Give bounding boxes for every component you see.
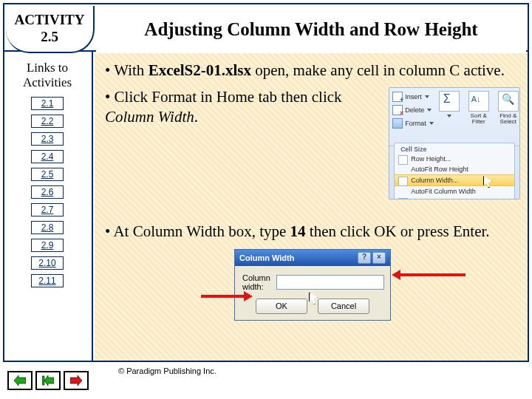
activity-label-2: 2.5 [6, 29, 93, 46]
column-width-input[interactable] [276, 275, 384, 290]
chevron-down-icon [429, 122, 434, 125]
sidebar-link-2-7[interactable]: 2.7 [31, 203, 64, 216]
menu-header-cell-size: Cell Size [395, 145, 514, 154]
arrow-left-bar-icon [42, 375, 54, 386]
sort-icon [468, 91, 489, 112]
sidebar-link-2-5[interactable]: 2.5 [31, 168, 64, 181]
nav-first-button[interactable] [35, 371, 61, 390]
nav-prev-button[interactable] [7, 371, 33, 390]
sidebar-link-2-3[interactable]: 2.3 [31, 132, 64, 146]
format-icon [392, 118, 403, 129]
ribbon-screenshot: Insert Delete Format Sort & Filter Find … [389, 87, 520, 200]
activity-tab: ACTIVITY 2.5 [6, 6, 95, 53]
cancel-button[interactable]: Cancel [318, 299, 369, 314]
bullet-3: • At Column Width box, type 14 then clic… [105, 222, 520, 241]
help-icon: ? [358, 252, 371, 264]
arrow-left-icon [14, 375, 26, 386]
menu-column-width: Column Width... [395, 174, 514, 186]
chevron-down-icon [425, 95, 429, 98]
red-arrow-ok [201, 295, 245, 298]
dialog-label: Column width: [242, 273, 270, 291]
page-title: Adjusting Column Width and Row Height [144, 19, 477, 40]
red-arrow-input [399, 273, 466, 276]
menu-row-height: Row Height... [395, 154, 514, 164]
sidebar-link-2-2[interactable]: 2.2 [31, 115, 64, 128]
insert-icon [392, 92, 403, 102]
menu-autofit-row: AutoFit Row Height [395, 164, 514, 174]
nav-next-button[interactable] [64, 371, 89, 390]
sigma-icon [439, 91, 460, 112]
ribbon-delete-button: Delete [392, 104, 434, 116]
menu-autofit-col: AutoFit Column Width [395, 186, 514, 197]
dialog-title: Column Width [239, 253, 294, 262]
close-icon: × [372, 252, 386, 264]
column-width-dialog: Column Width ? × Column width: OK Cancel [234, 249, 391, 321]
activity-label-1: ACTIVITY [6, 12, 93, 29]
arrow-right-icon [70, 375, 82, 386]
copyright-text: © Paradigm Publishing Inc. [118, 366, 216, 375]
svg-rect-1 [42, 376, 44, 385]
sidebar-link-2-8[interactable]: 2.8 [31, 221, 64, 234]
svg-marker-3 [70, 375, 82, 386]
find-icon [498, 91, 519, 112]
ribbon-find: Find & Select [496, 91, 520, 144]
sidebar-link-2-4[interactable]: 2.4 [31, 150, 64, 163]
sidebar-link-2-1[interactable]: 2.1 [31, 97, 64, 110]
content-area: • With ExcelS2-01.xlsx open, make any ce… [95, 52, 528, 361]
format-dropdown-menu: Cell Size Row Height... AutoFit Row Heig… [394, 143, 515, 200]
delete-icon [392, 105, 403, 115]
ribbon-sort: Sort & Filter [466, 91, 491, 144]
sidebar-link-2-10[interactable]: 2.10 [31, 256, 64, 270]
default-width-icon [398, 198, 408, 200]
ok-button[interactable]: OK [256, 299, 307, 314]
sidebar: Links to Activities 2.1 2.2 2.3 2.4 2.5 … [3, 50, 93, 362]
chevron-down-icon [427, 109, 432, 112]
ribbon-autosum [437, 91, 462, 144]
sidebar-link-2-11[interactable]: 2.11 [31, 274, 64, 287]
ribbon-insert-button: Insert [392, 91, 434, 103]
sidebar-link-2-9[interactable]: 2.9 [31, 239, 64, 252]
svg-marker-2 [44, 375, 54, 386]
column-width-icon [398, 177, 408, 186]
svg-marker-0 [14, 375, 26, 386]
sidebar-heading: Links to Activities [3, 61, 92, 89]
bullet-1: • With ExcelS2-01.xlsx open, make any ce… [105, 61, 520, 80]
sidebar-link-2-6[interactable]: 2.6 [31, 185, 64, 199]
bullet-2: • Click Format in Home tab then click Co… [105, 87, 384, 126]
menu-default-width: Default Width... [395, 197, 514, 200]
ribbon-format-button: Format [392, 117, 434, 129]
